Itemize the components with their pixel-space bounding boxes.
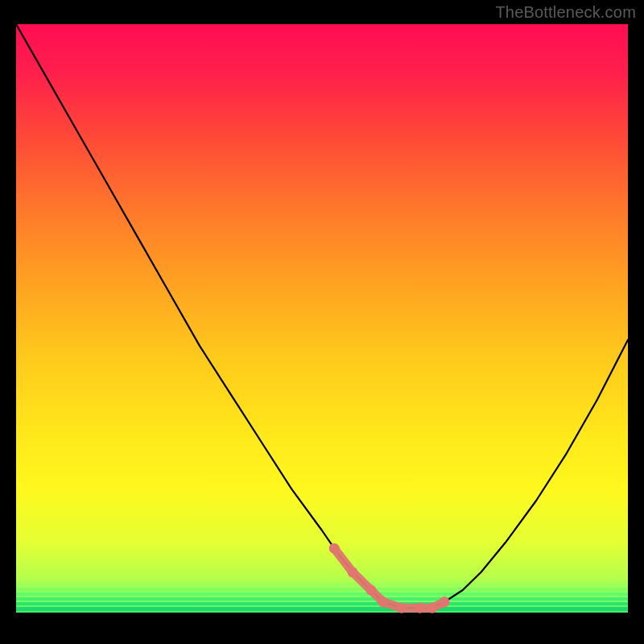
highlight-dot <box>427 603 437 613</box>
highlight-dot <box>378 597 389 607</box>
highlight-dot <box>348 567 358 577</box>
highlight-dot <box>329 543 340 554</box>
highlight-dot <box>415 603 425 613</box>
watermark-text: TheBottleneck.com <box>495 3 636 22</box>
chart-stage: TheBottleneck.com <box>0 0 644 644</box>
highlight-dot <box>396 603 407 613</box>
sweet-spot-highlight <box>16 24 628 620</box>
highlight-dot <box>440 597 450 607</box>
highlight-dot <box>365 585 376 596</box>
plot-area <box>16 24 628 620</box>
